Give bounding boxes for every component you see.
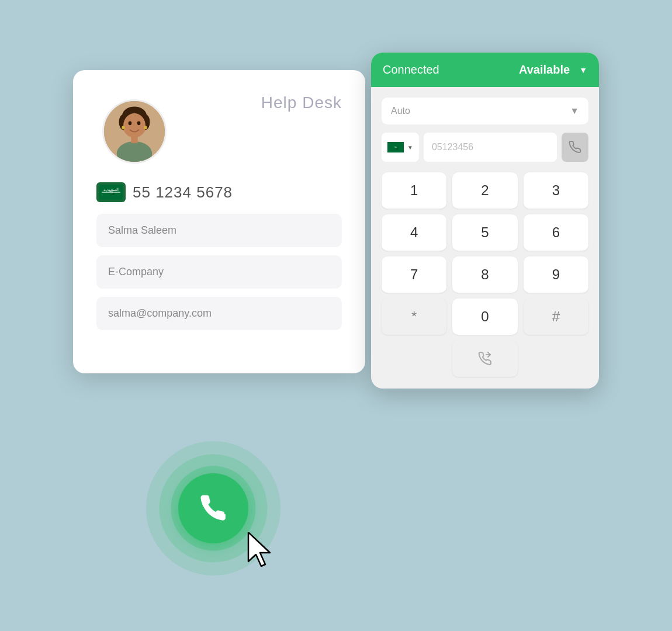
svg-point-7 [137,122,141,126]
app-title: Help Desk [261,93,342,112]
key-2[interactable]: 2 [452,172,517,209]
dialer-panel: Connected Available ▼ Auto ▼ 🇸🇦 ▼ [371,53,599,389]
contact-email-field: salma@company.com [96,297,342,330]
contact-phone: 55 1234 5678 [133,183,233,202]
key-1[interactable]: 1 [382,172,446,209]
svg-point-9 [144,126,147,130]
key-3[interactable]: 3 [524,172,588,209]
transfer-button[interactable] [452,341,517,377]
connection-status: Connected [383,63,513,77]
key-empty-right [524,341,588,377]
phone-input-row: 🇸🇦 ▼ [382,133,588,162]
key-empty-left [382,341,446,377]
country-chevron-icon: ▼ [407,144,413,151]
key-0[interactable]: 0 [452,299,517,335]
key-9[interactable]: 9 [524,256,588,293]
contact-company-field: E-Company [96,255,342,289]
contact-card: Help Desk [73,70,365,373]
auto-select-label: Auto [391,106,410,116]
svg-point-8 [122,126,125,130]
call-button[interactable] [178,473,248,543]
country-flag-badge: 🇸🇦 السعودية [96,182,126,202]
svg-text:السعودية: السعودية [103,188,119,192]
key-5[interactable]: 5 [452,214,517,251]
svg-point-5 [123,113,146,138]
svg-rect-11 [131,136,137,143]
svg-point-6 [129,122,132,126]
avatar [102,99,167,164]
svg-marker-19 [248,532,270,566]
availability-chevron-icon[interactable]: ▼ [579,65,587,75]
auto-select-dropdown[interactable]: Auto ▼ [382,98,588,124]
svg-rect-14 [102,192,120,193]
availability-status: Available [519,63,570,77]
dialer-body: Auto ▼ 🇸🇦 ▼ [371,87,599,389]
country-code-selector[interactable]: 🇸🇦 ▼ [382,133,419,162]
cursor-pointer [245,532,278,573]
initiate-call-button[interactable] [562,133,588,162]
call-button-area [178,473,248,543]
key-6[interactable]: 6 [524,214,588,251]
svg-text:🇸🇦: 🇸🇦 [393,145,399,150]
key-star[interactable]: * [382,299,446,335]
dialer-header: Connected Available ▼ [371,53,599,87]
phone-row: 🇸🇦 السعودية 55 1234 5678 [96,182,342,202]
keypad: 1 2 3 4 5 6 7 8 9 * 0 # [382,172,588,377]
key-4[interactable]: 4 [382,214,446,251]
key-7[interactable]: 7 [382,256,446,293]
key-hash[interactable]: # [524,299,588,335]
phone-number-input[interactable] [424,133,557,162]
key-8[interactable]: 8 [452,256,517,293]
auto-select-chevron-icon: ▼ [570,106,579,116]
contact-name-field: Salma Saleem [96,214,342,247]
